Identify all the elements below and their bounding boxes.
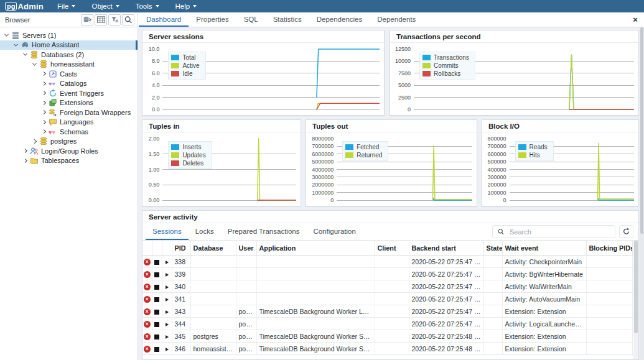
menu-help[interactable]: Help: [175, 2, 197, 10]
search-button[interactable]: [122, 14, 134, 25]
terminate-session-icon[interactable]: [154, 297, 159, 302]
tree-item-databases-2[interactable]: Databases (2): [0, 50, 138, 60]
expand-row-icon[interactable]: [166, 261, 169, 264]
expand-cell: [162, 293, 172, 305]
menu-tools[interactable]: Tools: [136, 2, 159, 10]
cell-client: [375, 280, 409, 293]
tree-item-schemas[interactable]: ♥♥Schemas: [0, 127, 138, 137]
tab-dependents[interactable]: Dependents: [370, 12, 423, 27]
expand-row-icon[interactable]: [166, 310, 169, 314]
tree-item-extensions[interactable]: Extensions: [0, 98, 138, 108]
cancel-query-icon[interactable]: ×: [144, 333, 151, 340]
column-header-state[interactable]: State: [483, 241, 502, 256]
tree-item-home-assistant[interactable]: Home Assistant: [0, 40, 138, 50]
tab-sql[interactable]: SQL: [236, 12, 266, 27]
tree-item-servers-1[interactable]: Servers (1): [0, 30, 138, 40]
cell-client: [375, 293, 409, 305]
close-panel-button[interactable]: ×: [627, 12, 644, 27]
search-input[interactable]: [510, 228, 610, 236]
tab-dashboard[interactable]: Dashboard: [139, 12, 189, 27]
tab-properties[interactable]: Properties: [189, 12, 236, 27]
tree-expander[interactable]: [40, 111, 47, 114]
svg-text:0.0: 0.0: [152, 106, 160, 113]
expand-row-icon[interactable]: [166, 273, 169, 277]
column-header-empty: [152, 241, 162, 256]
expand-row-icon[interactable]: [166, 348, 169, 351]
tree-expander[interactable]: [30, 63, 38, 66]
tree-expander[interactable]: [40, 101, 47, 104]
dependencies-grid-button[interactable]: [95, 14, 107, 25]
cancel-query-icon[interactable]: ×: [144, 346, 151, 353]
tree-expander[interactable]: [30, 140, 38, 143]
terminate-session-icon[interactable]: [154, 335, 159, 339]
chart-legend: ReadsHits: [515, 141, 554, 161]
tree-expander[interactable]: [40, 130, 47, 133]
tree-item-login-group-roles[interactable]: Login/Group Roles: [0, 146, 138, 156]
column-header-application[interactable]: Application: [256, 241, 375, 256]
terminate-session-icon[interactable]: [154, 285, 159, 290]
tree-expander[interactable]: [21, 149, 29, 152]
cancel-query-icon[interactable]: ×: [144, 321, 151, 328]
terminate-session-icon[interactable]: [154, 322, 159, 327]
tab-dependencies[interactable]: Dependencies: [309, 12, 370, 27]
terminate-session-icon[interactable]: [154, 260, 159, 265]
cell-user: postgres: [236, 305, 256, 318]
cancel-query-icon[interactable]: ×: [144, 308, 151, 315]
cancel-query-icon[interactable]: ×: [144, 284, 151, 290]
refresh-button[interactable]: [619, 225, 633, 238]
activity-tab-locks[interactable]: Locks: [189, 223, 221, 240]
expand-row-icon[interactable]: [166, 285, 169, 289]
cell-client: [375, 330, 409, 343]
tree-item-homeassistant[interactable]: homeassistant: [0, 60, 138, 70]
column-header-user[interactable]: User: [236, 241, 256, 256]
tree-item-catalogs[interactable]: ♥♥Catalogs: [0, 79, 138, 89]
panel-transactions-per-second: Transactions per second 1250010000750050…: [390, 30, 639, 116]
session-row: ×3382020-05-22 07:25:47 UTCActivity: Che…: [142, 256, 633, 268]
column-header-blocking-pids[interactable]: Blocking PIDs: [586, 241, 633, 256]
menu-object[interactable]: Object: [91, 2, 119, 10]
terminate-session-icon[interactable]: [154, 347, 159, 352]
expand-row-icon[interactable]: [166, 335, 169, 339]
column-header-database[interactable]: Database: [190, 241, 236, 256]
tree-item-event-triggers[interactable]: Event Triggers: [0, 88, 138, 98]
tree-expander[interactable]: [40, 72, 47, 75]
tree-item-languages[interactable]: Languages: [0, 118, 138, 127]
menu-file[interactable]: File: [57, 2, 76, 10]
cancel-query-icon[interactable]: ×: [144, 259, 151, 265]
column-header-pid[interactable]: PID: [172, 241, 190, 256]
legend-label: Inserts: [182, 144, 201, 150]
tree-item-tablespaces[interactable]: Tablespaces: [0, 156, 138, 166]
refresh-tree-button[interactable]: [81, 14, 93, 25]
column-header-client[interactable]: Client: [375, 241, 409, 256]
tree-item-casts[interactable]: Casts: [0, 69, 138, 79]
cell-blocking-pids: [586, 305, 633, 318]
dashboard-scrollbar-thumb[interactable]: [640, 27, 643, 234]
tree-expander[interactable]: [2, 34, 10, 37]
activity-tab-configuration[interactable]: Configuration: [306, 223, 362, 240]
tree-expander[interactable]: [40, 121, 47, 124]
terminate-session-icon[interactable]: [154, 272, 159, 277]
activity-tabs: SessionsLocksPrepared TransactionsConfig…: [146, 223, 363, 240]
table-scrollbar-thumb[interactable]: [634, 241, 638, 333]
activity-tab-sessions[interactable]: Sessions: [146, 223, 189, 240]
column-header-backend-start[interactable]: Backend start: [409, 241, 483, 256]
tree-expander[interactable]: [21, 53, 29, 56]
tree-expander[interactable]: [40, 82, 47, 85]
casts-icon: [49, 70, 57, 78]
activity-tab-prepared-transactions[interactable]: Prepared Transactions: [221, 223, 307, 240]
filter-button[interactable]: [108, 14, 121, 25]
tree-expander[interactable]: [40, 91, 47, 95]
tab-statistics[interactable]: Statistics: [266, 12, 309, 27]
expand-row-icon[interactable]: [166, 298, 169, 302]
cancel-query-icon[interactable]: ×: [144, 271, 151, 278]
homeassistant-icon: [39, 60, 48, 68]
tree-item-postgres[interactable]: postgres: [0, 137, 138, 147]
tree-item-foreign-data-wrappers[interactable]: Foreign Data Wrappers: [0, 108, 138, 118]
column-header-wait-event[interactable]: Wait event: [502, 241, 586, 256]
tree-expander[interactable]: [21, 159, 29, 162]
expand-row-icon[interactable]: [166, 323, 169, 326]
terminate-session-icon[interactable]: [154, 310, 159, 315]
cell-database: [190, 268, 236, 280]
cancel-query-icon[interactable]: ×: [144, 296, 151, 303]
tree-expander[interactable]: [12, 44, 19, 47]
